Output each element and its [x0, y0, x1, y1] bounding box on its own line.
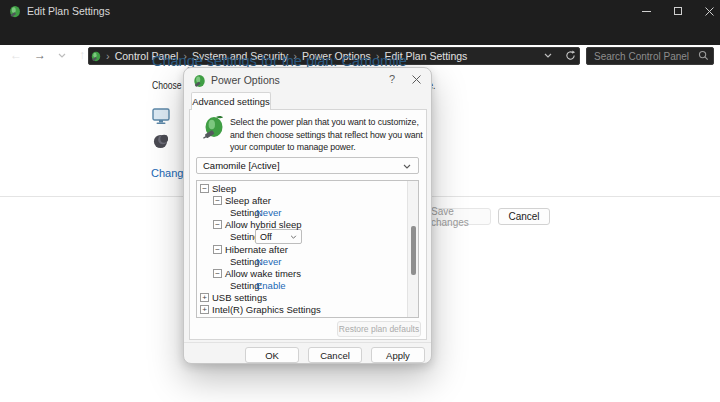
expand-icon[interactable]: + — [200, 317, 209, 318]
tree-row[interactable]: −Allow hybrid sleep — [197, 219, 418, 231]
advanced-settings-tab-page: Select the power plan that you want to c… — [189, 109, 427, 340]
display-icon — [152, 108, 170, 125]
chevron-down-icon — [58, 53, 66, 58]
power-options-app-icon — [8, 4, 22, 18]
power-plan-icon — [202, 115, 225, 141]
close-icon — [412, 75, 421, 84]
setting-value-link[interactable]: Never — [256, 256, 281, 267]
restore-plan-defaults-button[interactable]: Restore plan defaults — [337, 321, 421, 337]
dialog-intro-text: Select the power plan that you want to c… — [230, 116, 426, 154]
window-titlebar: Edit Plan Settings — [0, 0, 720, 22]
setting-value-link[interactable]: Enable — [256, 280, 286, 291]
search-input[interactable] — [592, 49, 692, 63]
tree-row[interactable]: −Sleep — [197, 183, 418, 195]
breadcrumb-separator-icon: › — [105, 50, 111, 62]
help-icon: ? — [389, 73, 395, 85]
tree-item-label: USB settings — [212, 292, 267, 303]
tree-item-label: Intel(R) Graphics Settings — [212, 304, 321, 315]
tree-row[interactable]: −Allow wake timers — [197, 268, 418, 280]
tree-row[interactable]: +PCI Express — [197, 316, 418, 318]
sleep-moon-icon — [153, 134, 168, 149]
ok-button[interactable]: OK — [245, 347, 299, 363]
apply-button[interactable]: Apply — [371, 347, 425, 363]
power-options-breadcrumb-icon — [90, 50, 102, 62]
tree-row[interactable]: −Sleep after — [197, 195, 418, 207]
tree-row[interactable]: +USB settings — [197, 292, 418, 304]
recent-pages-button[interactable] — [52, 46, 72, 64]
advanced-settings-tree: +PCI Express+Intel(R) Graphics Settings+… — [196, 180, 419, 318]
close-button[interactable] — [695, 0, 720, 22]
refresh-icon — [565, 50, 576, 61]
tree-row[interactable]: +Intel(R) Graphics Settings — [197, 304, 418, 316]
refresh-button[interactable] — [560, 46, 580, 64]
tree-row[interactable]: Setting:Never — [197, 207, 418, 219]
tree-scrollbar-thumb[interactable] — [411, 226, 416, 275]
setting-value-combobox[interactable]: Off — [255, 229, 302, 244]
minimize-button[interactable] — [632, 0, 660, 22]
expand-icon[interactable]: + — [200, 293, 209, 302]
tree-item-label: Sleep — [212, 183, 236, 194]
tree-item-label: Allow wake timers — [225, 268, 301, 279]
back-icon: ← — [10, 48, 22, 62]
forward-icon: → — [34, 48, 46, 62]
tab-advanced-settings[interactable]: Advanced settings — [191, 92, 271, 110]
tree-row[interactable]: Setting:Off — [197, 231, 418, 243]
address-dropdown-button[interactable] — [538, 46, 558, 64]
search-icon[interactable] — [698, 50, 709, 61]
navigation-bar: ← → ↑ ›Control Panel›System and Security… — [0, 22, 720, 45]
dialog-close-button[interactable] — [408, 71, 424, 87]
dialog-footer-divider — [184, 342, 432, 343]
collapse-icon[interactable]: − — [213, 220, 222, 229]
setting-value-link[interactable]: Never — [256, 207, 281, 218]
up-icon: ↑ — [79, 48, 85, 62]
control-panel-window: Edit Plan Settings ← → ↑ — [0, 0, 720, 402]
collapse-icon[interactable]: − — [213, 245, 222, 254]
collapse-icon[interactable]: − — [213, 196, 222, 205]
tree-row[interactable]: −Hibernate after — [197, 244, 418, 256]
tree-item-label: Allow hybrid sleep — [225, 219, 302, 230]
expand-icon[interactable]: + — [200, 305, 209, 314]
window-title: Edit Plan Settings — [27, 5, 110, 17]
chevron-down-icon — [403, 164, 411, 169]
forward-button[interactable]: → — [30, 46, 50, 64]
dialog-cancel-button[interactable]: Cancel — [308, 347, 362, 363]
tree-scrollbar[interactable] — [407, 181, 418, 317]
collapse-icon[interactable]: − — [200, 184, 209, 193]
maximize-icon — [674, 7, 682, 15]
close-icon — [705, 7, 714, 16]
power-plan-combobox[interactable]: Camomile [Active] — [196, 157, 419, 174]
page-cancel-button[interactable]: Cancel — [498, 208, 550, 225]
minimize-icon — [642, 11, 651, 12]
power-options-dialog-icon — [192, 73, 207, 88]
tree-item-label: PCI Express — [212, 316, 265, 318]
maximize-button[interactable] — [664, 0, 692, 22]
tree-row[interactable]: Setting:Never — [197, 256, 418, 268]
tree-item-label: Sleep after — [225, 195, 271, 206]
back-button[interactable]: ← — [6, 46, 26, 64]
tree-item-label: Hibernate after — [225, 244, 288, 255]
combobox-value: Off — [260, 232, 272, 242]
save-changes-button[interactable]: Save changes — [430, 208, 491, 225]
power-options-dialog: Power Options ? Advanced settings — [183, 67, 432, 364]
dialog-help-button[interactable]: ? — [384, 71, 400, 87]
chevron-down-icon — [544, 53, 552, 58]
tree-row[interactable]: Setting:Enable — [197, 280, 418, 292]
chevron-down-icon — [290, 235, 297, 239]
dialog-title: Power Options — [211, 74, 280, 86]
collapse-icon[interactable]: − — [213, 269, 222, 278]
